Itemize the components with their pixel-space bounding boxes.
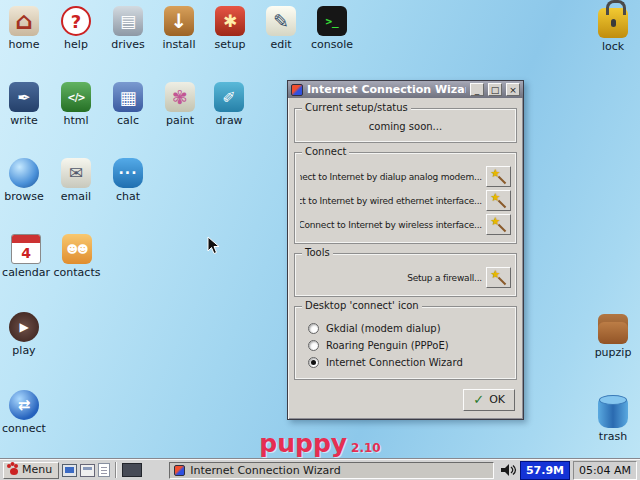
browse-icon: [9, 158, 39, 188]
volume-icon[interactable]: [500, 463, 517, 477]
desktop-icon-email[interactable]: ✉ email: [52, 158, 100, 203]
windows-icon[interactable]: [80, 464, 95, 477]
icon-label: write: [0, 115, 48, 127]
html-icon: </>: [61, 82, 91, 112]
menu-button[interactable]: Menu: [3, 462, 59, 479]
icon-label: email: [52, 191, 100, 203]
status-text: coming soon...: [300, 119, 511, 137]
play-icon: ▶: [9, 312, 39, 342]
ok-button[interactable]: OK: [463, 389, 515, 411]
desktop-icon-chat[interactable]: ··· chat: [104, 158, 152, 203]
magic-wand-icon: [491, 169, 507, 185]
connect-ethernet-button[interactable]: [486, 190, 511, 211]
desktop-icon-draw[interactable]: ✐ draw: [205, 82, 253, 127]
menu-button-label: Menu: [22, 463, 52, 476]
icon-label: home: [0, 39, 48, 51]
desktop-connect-icon-group: Desktop 'connect' icon Gkdial (modem dia…: [294, 306, 517, 380]
connect-wireless-label: Connect to Internet by wireless interfac…: [300, 220, 482, 230]
desktop-icon-edit[interactable]: ✎ edit: [257, 6, 305, 51]
icon-label: calc: [104, 115, 152, 127]
desktop-connect-icon-group-label: Desktop 'connect' icon: [302, 300, 422, 311]
desktop-icon-browse[interactable]: browse: [0, 158, 48, 203]
free-memory-badge[interactable]: 57.9M: [520, 461, 570, 480]
help-icon: ?: [61, 6, 91, 36]
radio-option-internet-connection-wizard[interactable]: Internet Connection Wizard: [308, 357, 509, 368]
connect-dialup-button[interactable]: [486, 166, 511, 187]
icon-label: browse: [0, 191, 48, 203]
radio-button[interactable]: [308, 340, 319, 351]
display-icon[interactable]: [62, 464, 77, 477]
magic-wand-icon: [491, 217, 507, 233]
radio-option-gkdial[interactable]: Gkdial (modem dialup): [308, 323, 509, 334]
desktop-icon-setup[interactable]: ✱ setup: [206, 6, 254, 51]
write-icon: ✒: [9, 82, 39, 112]
radio-option-roaring-penguin[interactable]: Roaring Penguin (PPPoE): [308, 340, 509, 351]
edit-icon: ✎: [266, 6, 296, 36]
home-icon: ⌂: [9, 6, 39, 36]
desktop-icon-write[interactable]: ✒ write: [0, 82, 48, 127]
notes-icon[interactable]: [98, 463, 110, 477]
trash-icon: [598, 398, 628, 428]
connect-row-dialup: Connect to Internet by dialup analog mod…: [300, 166, 511, 187]
paw-icon: [10, 468, 18, 475]
draw-icon: ✐: [214, 82, 244, 112]
connect-wireless-button[interactable]: [486, 214, 511, 235]
icon-label: help: [52, 39, 100, 51]
desktop-icon-calc[interactable]: ▦ calc: [104, 82, 152, 127]
icon-label: console: [308, 39, 356, 51]
desktop-icon-home[interactable]: ⌂ home: [0, 6, 48, 51]
desktop-icon-install[interactable]: ↓ install: [155, 6, 203, 51]
radio-button[interactable]: [308, 323, 319, 334]
ok-check-icon: [473, 392, 484, 407]
radio-label: Gkdial (modem dialup): [326, 323, 441, 334]
desktop-icon-drives[interactable]: ▤ drives: [104, 6, 152, 51]
desktop-icon-help[interactable]: ? help: [52, 6, 100, 51]
window-title: Internet Connection Wizard: [307, 83, 466, 96]
puppy-logo-name: puppy: [259, 429, 347, 458]
lock-icon: [598, 8, 628, 38]
desktop-icon-console[interactable]: >_ console: [308, 6, 356, 51]
maximize-button[interactable]: □: [488, 83, 502, 96]
pupzip-icon: [598, 314, 628, 344]
chat-icon: ···: [113, 158, 143, 188]
desktop-icon-play[interactable]: ▶ play: [0, 312, 48, 357]
desktop-icon-paint[interactable]: ✾ paint: [156, 82, 204, 127]
paint-icon: ✾: [165, 82, 195, 112]
magic-wand-icon: [491, 270, 507, 286]
connect-row-ethernet: Connect to Internet by wired ethernet in…: [300, 190, 511, 211]
taskbar-clock: 05:04 AM: [573, 461, 637, 480]
icon-label: paint: [156, 115, 204, 127]
taskbar: Menu Internet Connection Wizard 57.9M 05…: [0, 459, 640, 480]
radio-button[interactable]: [308, 357, 319, 368]
close-button[interactable]: ×: [506, 83, 520, 96]
task-icon: [174, 465, 185, 476]
connect-row-wireless: Connect to Internet by wireless interfac…: [300, 214, 511, 235]
calendar-icon: 4: [11, 234, 41, 264]
icon-label: drives: [104, 39, 152, 51]
minimize-button[interactable]: _: [470, 83, 484, 96]
icon-label: contacts: [53, 267, 101, 279]
taskbar-task-internet-connection-wizard[interactable]: Internet Connection Wizard: [169, 462, 494, 479]
puppy-logo-version: 2.10: [351, 441, 381, 455]
icon-label: edit: [257, 39, 305, 51]
desktop-icon-lock[interactable]: lock: [589, 8, 637, 53]
setup-firewall-button[interactable]: [486, 267, 511, 288]
desktop-icon-calendar[interactable]: 4 calendar: [2, 234, 50, 279]
desktop-icon-html[interactable]: </> html: [52, 82, 100, 127]
calc-icon: ▦: [113, 82, 143, 112]
icon-label: pupzip: [589, 347, 637, 359]
magic-wand-icon: [491, 193, 507, 209]
contacts-icon: ☻☻: [62, 234, 92, 264]
desktop-icon-contacts[interactable]: ☻☻ contacts: [53, 234, 101, 279]
install-icon: ↓: [164, 6, 194, 36]
desktop-icon-connect[interactable]: ⇄ connect: [0, 390, 48, 435]
desktop-pager[interactable]: [122, 463, 142, 477]
desktop: ⌂ home ? help ▤ drives ↓ install ✱ setup…: [0, 0, 640, 480]
icon-label: html: [52, 115, 100, 127]
desktop-icon-pupzip[interactable]: pupzip: [589, 314, 637, 359]
icon-label: draw: [205, 115, 253, 127]
internet-connection-wizard-window: Internet Connection Wizard _ □ × Current…: [287, 80, 524, 420]
window-titlebar[interactable]: Internet Connection Wizard _ □ ×: [288, 81, 523, 98]
radio-label: Internet Connection Wizard: [326, 357, 463, 368]
setup-icon: ✱: [215, 6, 245, 36]
